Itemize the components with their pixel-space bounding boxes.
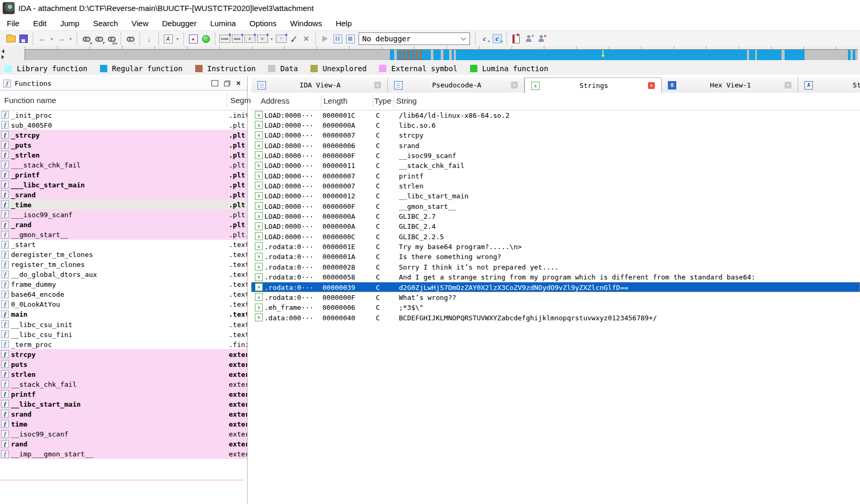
edit-icon[interactable]: [288, 33, 299, 44]
panel-close-icon[interactable]: [236, 80, 241, 87]
column-divider[interactable]: [227, 93, 227, 107]
column-string[interactable]: String: [396, 96, 417, 105]
column-divider[interactable]: [321, 95, 321, 108]
string-row[interactable]: LOAD:0000···0000000FC__isoc99_scanf: [251, 150, 860, 160]
string-row[interactable]: LOAD:0000···0000001CC/lib64/ld-linux-x86…: [251, 110, 860, 120]
function-row[interactable]: __do_global_dtors_aux.text: [0, 270, 247, 279]
string-row[interactable]: .rodata:0···0000001ECTry my base64 progr…: [251, 241, 860, 251]
stop-icon[interactable]: [344, 33, 356, 44]
string-row[interactable]: LOAD:0000···0000000FC__gmon_start__: [251, 201, 860, 211]
quick-compile-icon[interactable]: [492, 33, 503, 44]
string-row[interactable]: .rodata:0···0000000FCWhat’s wrong??: [251, 292, 860, 302]
strings-column-header[interactable]: Address Length Type String: [251, 93, 860, 110]
scripts-icon[interactable]: [510, 33, 522, 44]
string-row[interactable]: LOAD:0000···00000012C__libc_start_main: [251, 191, 860, 201]
function-row[interactable]: _rand.plt: [0, 220, 247, 230]
menu-search[interactable]: Search: [86, 19, 125, 28]
function-row[interactable]: _strlen.plt: [0, 150, 247, 160]
function-row[interactable]: __libc_start_mainextern: [0, 399, 247, 409]
navband-scroll-arrows[interactable]: [2, 48, 7, 60]
function-row[interactable]: main.text: [0, 309, 247, 319]
string-row[interactable]: .rodata:0···0000001ACIs there something …: [251, 252, 860, 262]
string-row[interactable]: LOAD:0000···0000000ACGLIBC_2.7: [251, 211, 860, 221]
panel-maximize-icon[interactable]: [211, 80, 218, 86]
string-row[interactable]: .rodata:0···00000039Cd2G0ZjLwHjS7DmOzZAY…: [251, 282, 860, 292]
string-row[interactable]: LOAD:0000···0000000ACGLIBC_2.4: [251, 221, 860, 231]
function-row[interactable]: _srand.plt: [0, 189, 247, 199]
column-function-name[interactable]: Function name: [4, 96, 56, 105]
column-divider[interactable]: [373, 95, 373, 108]
function-row[interactable]: timeextern: [0, 419, 247, 429]
column-address[interactable]: Address: [261, 96, 289, 105]
problems-icon[interactable]: [187, 33, 199, 44]
save-icon[interactable]: [18, 33, 29, 44]
column-divider[interactable]: [394, 95, 394, 108]
function-row[interactable]: __imp___gmon_start__extern: [0, 449, 247, 459]
column-length[interactable]: Length: [323, 96, 348, 105]
search-address-icon[interactable]: [81, 33, 92, 44]
analysis-status-icon[interactable]: [200, 33, 211, 44]
string-row[interactable]: .rodata:0···00000058CAnd I get a strange…: [251, 272, 860, 282]
string-row[interactable]: .eh_frame···00000006C;*3$\": [251, 303, 860, 312]
function-row[interactable]: __libc_csu_init.text: [0, 319, 247, 329]
function-row[interactable]: srandextern: [0, 409, 247, 419]
run-icon[interactable]: [319, 33, 331, 44]
back-icon[interactable]: [37, 33, 48, 44]
menu-lumina[interactable]: Lumina: [203, 19, 242, 28]
search-again-icon[interactable]: [125, 33, 136, 44]
forward-icon[interactable]: [55, 33, 67, 44]
function-row[interactable]: _puts.plt: [0, 140, 247, 150]
create-string-icon[interactable]: 's': [256, 33, 268, 44]
forward-more-icon[interactable]: [68, 33, 73, 44]
string-row[interactable]: LOAD:0000···0000000CCGLIBC_2.2.5: [251, 231, 860, 241]
function-row[interactable]: printfextern: [0, 389, 247, 399]
string-row[interactable]: LOAD:0000···00000007Cstrlen: [251, 181, 860, 191]
string-row[interactable]: .data:000···00000040CBCDEFGHIJKLMNOPQRST…: [251, 312, 860, 322]
tab-ida-view-a[interactable]: IDA View-A×: [251, 77, 388, 93]
create-struct-icon[interactable]: *: [275, 33, 287, 44]
menu-windows[interactable]: Windows: [283, 19, 329, 28]
menu-jump[interactable]: Jump: [53, 19, 86, 28]
function-row[interactable]: base64_encode.text: [0, 289, 247, 299]
functions-column-header[interactable]: Function name Segm: [0, 91, 247, 110]
function-row[interactable]: register_tm_clones.text: [0, 260, 247, 270]
function-row[interactable]: randextern: [0, 439, 247, 449]
string-row[interactable]: LOAD:0000···00000011C__stack_chk_fail: [251, 161, 860, 171]
tab-structu[interactable]: Structu×: [798, 77, 860, 93]
pause-icon[interactable]: [332, 33, 343, 44]
search-text-icon[interactable]: [93, 33, 105, 44]
menu-debugger[interactable]: Debugger: [155, 19, 204, 28]
function-row[interactable]: strlenextern: [0, 369, 247, 379]
function-row[interactable]: frame_dummy.text: [0, 279, 247, 289]
function-row[interactable]: ___isoc99_scanf.plt: [0, 209, 247, 219]
column-type[interactable]: Type: [374, 96, 392, 105]
menu-options[interactable]: Options: [243, 19, 284, 28]
function-row[interactable]: sub_4005F0.plt: [0, 120, 247, 130]
function-row[interactable]: __isoc99_scanfextern: [0, 429, 247, 439]
open-file-icon[interactable]: [5, 33, 17, 44]
delete-icon[interactable]: [300, 33, 312, 44]
panel-float-icon[interactable]: [224, 81, 230, 86]
names-icon[interactable]: [162, 33, 174, 44]
jump-down-icon[interactable]: [143, 33, 155, 44]
detach-person-icon[interactable]: ×: [535, 33, 547, 44]
function-row[interactable]: _printf.plt: [0, 170, 247, 180]
function-row[interactable]: strcpyextern: [0, 349, 247, 359]
function-row[interactable]: _term_proc.fini: [0, 339, 247, 349]
tab-close-icon[interactable]: ×: [511, 82, 518, 88]
function-row[interactable]: _init_proc.init: [0, 110, 247, 120]
tab-pseudocode-a[interactable]: Pseudocode-A×: [388, 77, 524, 93]
menu-help[interactable]: Help: [329, 19, 359, 28]
names-more-icon[interactable]: [175, 33, 180, 44]
create-name-icon[interactable]: A: [244, 33, 255, 44]
function-row[interactable]: ___libc_start_main.plt: [0, 180, 247, 189]
column-segment[interactable]: Segm: [230, 96, 251, 105]
string-row[interactable]: LOAD:0000···00000007Cstrcpy: [251, 130, 860, 140]
tab-close-icon[interactable]: ×: [374, 82, 381, 88]
function-row[interactable]: putsextern: [0, 359, 247, 369]
attach-person-icon[interactable]: +: [523, 33, 534, 44]
search-binary-icon[interactable]: [106, 33, 117, 44]
string-row[interactable]: .rodata:0···00000028CSorry I think it’s …: [251, 262, 860, 272]
tab-strings[interactable]: Strings×: [524, 77, 662, 93]
string-row[interactable]: LOAD:0000···0000000AClibc.so.6: [251, 120, 860, 130]
